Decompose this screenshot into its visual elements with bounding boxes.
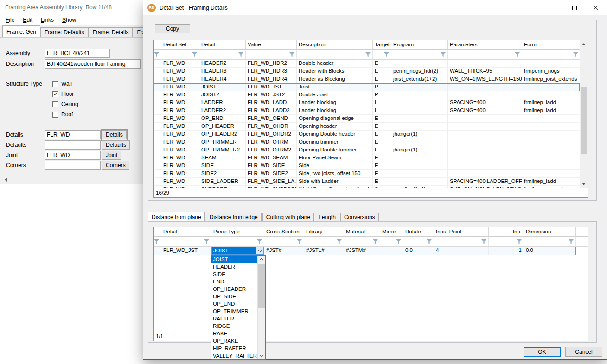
- structure-option-floor[interactable]: Floor: [52, 89, 78, 99]
- table-row[interactable]: FLR_WDHEADER3FLR_WD_HDR3Header with Bloc…: [154, 68, 580, 75]
- tab-frame-defaults[interactable]: Frame: Defaults: [40, 27, 88, 37]
- table-row[interactable]: FLR_WDJOISTFLR_WD_JSTJoistP: [154, 83, 580, 91]
- column-header-dimension[interactable]: Dimension: [524, 227, 576, 237]
- dropdown-item-header[interactable]: HEADER: [211, 263, 257, 270]
- structure-option-wall[interactable]: Wall: [52, 79, 78, 89]
- scrollbar-thumb[interactable]: [581, 87, 587, 154]
- scroll-down-button[interactable]: [580, 180, 588, 188]
- combobox-dropdown-button[interactable]: [256, 247, 263, 254]
- filter-cell[interactable]: [524, 237, 576, 247]
- dropdown-item-hip-rafter[interactable]: HIP_RAFTER: [211, 345, 257, 352]
- dropdown-item-op-end[interactable]: OP_END: [211, 300, 257, 308]
- filter-cell[interactable]: [391, 50, 448, 60]
- filter-cell[interactable]: [297, 50, 373, 60]
- menu-item-show[interactable]: Show: [58, 16, 80, 24]
- dropdown-item-side[interactable]: SIDE: [211, 270, 257, 278]
- filter-cell[interactable]: [373, 50, 391, 60]
- filter-cell[interactable]: [246, 50, 297, 60]
- structure-option-roof[interactable]: Roof: [52, 109, 78, 119]
- filter-cell[interactable]: [154, 237, 161, 247]
- filter-cell[interactable]: [448, 50, 522, 60]
- input-corners[interactable]: [45, 161, 101, 170]
- column-header-inp[interactable]: Inp.: [489, 227, 524, 237]
- filter-cell[interactable]: [489, 237, 524, 247]
- dropdown-item-rafter[interactable]: RAFTER: [211, 315, 257, 322]
- table-row[interactable]: FLR_WDSIDEFLR_WD_SIDESideE: [154, 162, 580, 170]
- dropdown-item-ridge[interactable]: RIDGE: [211, 322, 257, 330]
- defaults-button[interactable]: Defaults: [102, 140, 130, 150]
- copy-button[interactable]: Copy: [155, 24, 190, 33]
- tab-cutting-with-plane[interactable]: Cutting with plane: [262, 213, 314, 221]
- table-row[interactable]: FLR_WDSEAMFLR_WD_SEAMFloor Panel SeamE: [154, 154, 580, 162]
- tab-distance-from-plane[interactable]: Distance from plane: [148, 212, 205, 221]
- dropdown-scroll-up-button[interactable]: [258, 256, 265, 263]
- dropdown-item-op-side[interactable]: OP_SIDE: [211, 293, 257, 300]
- dropdown-item-rake[interactable]: RAKE: [211, 330, 257, 337]
- column-header-piece-type[interactable]: Piece Type: [211, 227, 264, 237]
- column-header-material[interactable]: Material: [344, 227, 380, 237]
- tab-length[interactable]: Length: [315, 213, 339, 221]
- filter-cell[interactable]: [403, 237, 434, 247]
- filter-cell[interactable]: [344, 237, 380, 247]
- column-header-description[interactable]: Description: [297, 40, 373, 50]
- column-header-detail[interactable]: Detail: [199, 40, 246, 50]
- cancel-button[interactable]: Cancel: [565, 347, 602, 357]
- filter-cell[interactable]: [211, 237, 264, 247]
- filter-cell[interactable]: [522, 50, 580, 60]
- dropdown-item-valley-rafter[interactable]: VALLEY_RAFTER: [211, 352, 257, 359]
- description-input[interactable]: BJI 40/241wooden floor framing: [45, 59, 141, 69]
- ok-button[interactable]: OK: [524, 347, 561, 357]
- table-row[interactable]: FLR_WDOP_HEADER2FLR_WD_OHDR2Opening Doub…: [154, 131, 580, 138]
- filter-cell[interactable]: [199, 50, 246, 60]
- table-row[interactable]: FLR_WDOP_TRIMMER2FLR_WD_OTRM2Opening Dou…: [154, 146, 580, 154]
- checkbox-floor[interactable]: [52, 91, 58, 97]
- column-header-value[interactable]: Value: [246, 40, 297, 50]
- maximize-button[interactable]: [564, 0, 585, 15]
- minimize-button[interactable]: [543, 0, 564, 15]
- dropdown-item-op-trimmer[interactable]: OP_TRIMMER: [211, 308, 257, 315]
- tab-frame-gen[interactable]: Frame: Gen: [2, 25, 40, 37]
- table-row[interactable]: FLR_WDSUPPORTFLR_WD_SUPPORTWall / Beam S…: [154, 186, 580, 188]
- dropdown-scroll-down-button[interactable]: [258, 352, 265, 359]
- filter-cell[interactable]: [161, 237, 211, 247]
- filter-cell[interactable]: [380, 237, 403, 247]
- input-defaults[interactable]: [45, 140, 101, 150]
- input-details[interactable]: FLR_WD: [45, 130, 101, 139]
- column-header-target[interactable]: Target: [373, 40, 391, 50]
- column-header-cross-section[interactable]: Cross Section: [264, 227, 304, 237]
- table-row[interactable]: FLR_WDOP_ENDFLR_WD_OENDOpening diagonal …: [154, 115, 580, 123]
- table-row[interactable]: FLR_WDLADDER2FLR_WD_LADD2Ladder blocking…: [154, 107, 580, 115]
- column-header-input-point[interactable]: Input Point: [434, 227, 489, 237]
- checkbox-wall[interactable]: [52, 81, 58, 87]
- column-header-mirror[interactable]: Mirror: [380, 227, 403, 237]
- corners-button[interactable]: Corners: [102, 161, 129, 170]
- filter-cell[interactable]: [161, 50, 199, 60]
- input-joint[interactable]: FLR_WD: [45, 151, 101, 160]
- menu-item-file[interactable]: File: [1, 16, 19, 24]
- column-header-parameters[interactable]: Parameters: [448, 40, 522, 50]
- dropdown-item-joist[interactable]: JOIST: [211, 256, 257, 263]
- table-row[interactable]: FLR_WDOP_TRIMMERFLR_WD_OTRMOpening trimm…: [154, 138, 580, 146]
- column-header-detail[interactable]: Detail: [161, 227, 211, 237]
- column-header-detail-set[interactable]: Detail Set: [161, 40, 199, 50]
- table-row[interactable]: FLR_WDJOIST2FLR_WD_JST2Double JoistP: [154, 91, 580, 99]
- table-row[interactable]: FLR_WDSIDE2FLR_WD_SIDE2Side, two joists,…: [154, 170, 580, 178]
- scroll-left-button[interactable]: [2, 177, 9, 182]
- table-row[interactable]: FLR_WDHEADER4FLR_WD_HDR4Header as Blocki…: [154, 75, 580, 83]
- scroll-up-button[interactable]: [580, 40, 588, 48]
- menu-item-edit[interactable]: Edit: [19, 16, 37, 24]
- table-row[interactable]: FLR_WDHEADER2FLR_WD_HDR2Double headerE: [154, 60, 580, 68]
- structure-option-ceiling[interactable]: Ceiling: [52, 99, 78, 109]
- tab-distance-from-edge[interactable]: Distance from edge: [206, 213, 262, 221]
- dropdown-scrollbar[interactable]: [257, 256, 265, 359]
- column-header-rotate[interactable]: Rotate: [403, 227, 434, 237]
- column-header-library[interactable]: Library: [304, 227, 344, 237]
- details-button[interactable]: Details: [102, 130, 127, 139]
- piece-type-combobox[interactable]: JOIST: [211, 247, 264, 255]
- filter-cell[interactable]: [434, 237, 489, 247]
- table-row[interactable]: FLR_WDOP_HEADERFLR_WD_OHDROpening header…: [154, 123, 580, 131]
- dropdown-scrollbar-thumb[interactable]: [258, 264, 265, 308]
- dropdown-item-op-header[interactable]: OP_HEADER: [211, 285, 257, 293]
- close-button[interactable]: [585, 0, 607, 15]
- dropdown-item-op-rake[interactable]: OP_RAKE: [211, 337, 257, 345]
